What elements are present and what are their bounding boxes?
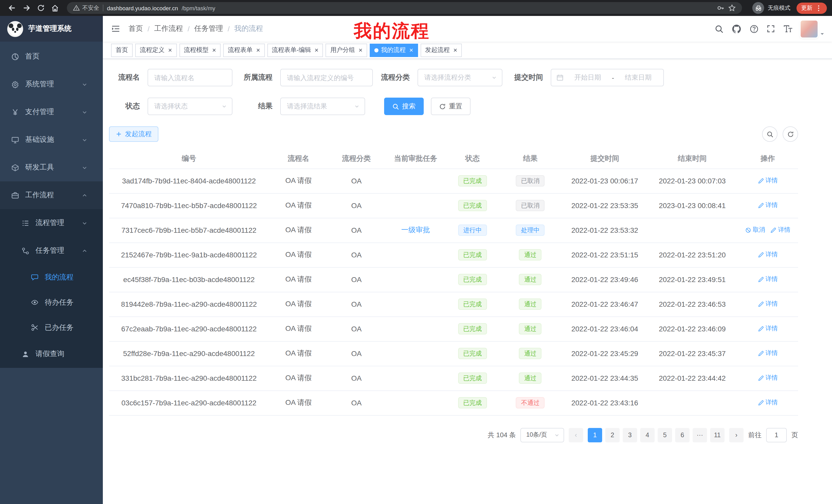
tab-user-group[interactable]: 用户分组×: [326, 44, 367, 57]
user-avatar[interactable]: [801, 20, 817, 37]
flow-icon: [22, 247, 29, 255]
detail-link[interactable]: 详情: [758, 374, 778, 383]
column-header: 流程名: [269, 149, 328, 169]
font-size-icon[interactable]: [783, 24, 792, 33]
breadcrumb-home[interactable]: 首页: [129, 24, 143, 33]
pager-page-5[interactable]: 5: [658, 428, 672, 442]
tab-process-form-edit[interactable]: 流程表单-编辑×: [267, 44, 323, 57]
tab-close-icon[interactable]: ×: [453, 47, 457, 53]
detail-link[interactable]: 详情: [758, 275, 778, 284]
security-chip[interactable]: 不安全: [73, 4, 99, 12]
page-size-select[interactable]: 10条/页: [521, 428, 564, 442]
tab-close-icon[interactable]: ×: [359, 47, 363, 53]
detail-link[interactable]: 详情: [770, 226, 790, 234]
tab-process-form[interactable]: 流程表单×: [223, 44, 265, 57]
pager-page-1[interactable]: 1: [588, 428, 602, 442]
tab-close-icon[interactable]: ×: [256, 47, 260, 53]
header-search-icon[interactable]: [715, 24, 724, 33]
column-header: 流程分类: [328, 149, 385, 169]
password-key-icon[interactable]: [717, 4, 725, 12]
browser-home-button[interactable]: [48, 1, 62, 15]
detail-link[interactable]: 详情: [758, 398, 778, 407]
sidebar-item-infrastructure[interactable]: 基础设施: [0, 126, 103, 153]
sidebar-item-leave-query[interactable]: 请假查询: [0, 340, 103, 368]
detail-link[interactable]: 详情: [758, 201, 778, 210]
tab-label: 我的流程: [381, 46, 406, 54]
update-button[interactable]: 更新: [797, 2, 827, 13]
sidebar-item-my-process[interactable]: 我的流程: [0, 264, 103, 290]
user-menu[interactable]: [801, 20, 825, 37]
process-name-input[interactable]: [148, 69, 232, 86]
sidebar-item-todo-task[interactable]: 待办任务: [0, 290, 103, 315]
browser-menu-icon[interactable]: [815, 4, 822, 11]
github-icon[interactable]: [732, 24, 742, 34]
detail-link[interactable]: 详情: [758, 325, 778, 333]
cell-current-task: [385, 316, 447, 341]
cell-id: 7470a810-7b9b-11ec-b5b7-acde48001122: [109, 193, 269, 218]
tab-process-model[interactable]: 流程模型×: [179, 44, 220, 57]
tab-my-process[interactable]: 我的流程×: [370, 44, 418, 57]
pager-page-2[interactable]: 2: [605, 428, 620, 442]
help-icon[interactable]: [750, 24, 758, 33]
browser-reload-button[interactable]: [34, 1, 47, 15]
sidebar-item-process-management[interactable]: 流程管理: [0, 209, 103, 237]
search-button[interactable]: 搜索: [384, 97, 424, 115]
pager-page-4[interactable]: 4: [640, 428, 655, 442]
address-bar[interactable]: 不安全 dashboard.yudao.iocoder.cn/bpm/task/…: [67, 2, 742, 14]
process-def-input[interactable]: [280, 69, 373, 86]
tags-view: 首页流程定义×流程模型×流程表单×流程表单-编辑×用户分组×我的流程×发起流程×: [103, 41, 832, 59]
detail-link[interactable]: 详情: [758, 250, 778, 259]
detail-link[interactable]: 详情: [758, 349, 778, 358]
browser-forward-button[interactable]: [20, 1, 33, 15]
sidebar-item-workflow[interactable]: 工作流程: [0, 181, 103, 209]
goto-prefix: 前往: [748, 430, 761, 440]
status-select[interactable]: 请选择状态: [148, 97, 232, 115]
tab-label: 流程定义: [140, 46, 164, 54]
tab-process-definition[interactable]: 流程定义×: [135, 44, 177, 57]
pager-page-3[interactable]: 3: [623, 428, 637, 442]
reset-button[interactable]: 重置: [431, 97, 470, 115]
tab-start-process[interactable]: 发起流程×: [420, 44, 462, 57]
breadcrumb-workflow[interactable]: 工作流程: [154, 24, 183, 33]
cancel-link[interactable]: 取消: [745, 226, 765, 234]
sidebar-item-devtools[interactable]: 研发工具: [0, 153, 103, 181]
tab-close-icon[interactable]: ×: [315, 47, 318, 53]
sidebar-item-system[interactable]: 系统管理: [0, 71, 103, 98]
sidebar-item-task-management[interactable]: 任务管理: [0, 237, 103, 264]
tab-home[interactable]: 首页: [111, 44, 133, 57]
sidebar-item-done-task[interactable]: 已办任务: [0, 315, 103, 340]
create-process-button[interactable]: 发起流程: [109, 127, 158, 142]
browser-back-button[interactable]: [5, 1, 19, 15]
sidebar-item-home[interactable]: 首页: [0, 43, 103, 71]
tab-close-icon[interactable]: ×: [168, 47, 172, 53]
tab-close-icon[interactable]: ×: [212, 47, 216, 53]
pager-prev-button[interactable]: ‹: [569, 428, 583, 442]
submit-time-range-picker[interactable]: 开始日期 - 结束日期: [551, 69, 664, 86]
sidebar-item-payment[interactable]: 支付管理: [0, 98, 103, 126]
cell-current-task: [385, 366, 447, 390]
table-row: ec45f38f-7b9a-11ec-b03b-acde48001122OA 请…: [109, 267, 798, 292]
pager-page-11[interactable]: 11: [710, 428, 725, 442]
tab-close-icon[interactable]: ×: [409, 47, 413, 53]
pager-next-button[interactable]: ›: [729, 428, 744, 442]
fullscreen-icon[interactable]: [767, 25, 775, 33]
browser-toolbar: 不安全 dashboard.yudao.iocoder.cn/bpm/task/…: [0, 0, 832, 16]
result-select[interactable]: 请选择流结果: [280, 97, 365, 115]
cell-current-task: [385, 267, 447, 292]
refresh-table-button[interactable]: [783, 127, 798, 142]
current-task-link[interactable]: 一级审批: [401, 226, 430, 234]
sidebar-item-label: 流程管理: [35, 218, 64, 228]
sidebar-toggle-icon[interactable]: [111, 24, 120, 33]
pager-page-6[interactable]: 6: [675, 428, 690, 442]
goto-page-input[interactable]: [766, 428, 787, 442]
toggle-search-button[interactable]: [762, 127, 778, 142]
table-row: 819442e8-7b9a-11ec-a290-acde48001122OA 请…: [109, 292, 798, 316]
detail-link[interactable]: 详情: [758, 176, 778, 185]
bookmark-star-icon[interactable]: [728, 4, 736, 12]
app-logo[interactable]: 芋道管理系统: [0, 16, 103, 41]
breadcrumb-task-management[interactable]: 任务管理: [194, 24, 223, 33]
pager-more-button[interactable]: ···: [693, 428, 707, 442]
category-select[interactable]: 请选择流程分类: [418, 69, 502, 86]
status-tag: 已完成: [458, 299, 487, 310]
detail-link[interactable]: 详情: [758, 300, 778, 309]
